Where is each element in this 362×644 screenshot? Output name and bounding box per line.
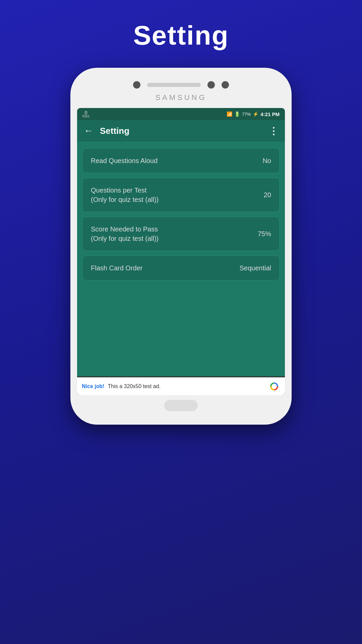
setting-questions-per-test[interactable]: Questions per Test(Only for quiz test (a… <box>82 178 280 212</box>
charging-icon: ⚡ <box>253 111 258 117</box>
ad-highlight: Nice job! <box>82 383 105 389</box>
ad-text: This a 320x50 test ad. <box>108 383 265 389</box>
phone-shell: SAMSUNG 0 KB/s 📶 🔋 77% ⚡ 4:21 PM <box>70 68 292 425</box>
more-options-button[interactable]: ⋮ <box>269 125 278 137</box>
setting-value-flash-card-order: Sequential <box>239 264 271 272</box>
setting-value-score-needed: 75% <box>258 230 271 238</box>
status-data-speed: 0 KB/s <box>82 110 89 118</box>
battery-percent: 77% <box>242 112 251 117</box>
phone-screen: 0 KB/s 📶 🔋 77% ⚡ 4:21 PM ← Setting ⋮ <box>77 108 285 395</box>
status-time: 4:21 PM <box>260 111 280 117</box>
camera-dot-right <box>207 81 215 89</box>
status-right: 📶 🔋 77% ⚡ 4:21 PM <box>227 111 280 117</box>
camera-dot-far-right <box>222 81 229 89</box>
setting-flash-card-order[interactable]: Flash Card Order Sequential <box>82 256 280 280</box>
phone-brand: SAMSUNG <box>155 93 206 102</box>
ad-logo-icon <box>268 380 280 392</box>
app-bar-title: Setting <box>100 126 269 136</box>
battery-icon: 🔋 <box>234 111 240 117</box>
status-bar: 0 KB/s 📶 🔋 77% ⚡ 4:21 PM <box>77 108 285 120</box>
outer-background: Setting SAMSUNG 0 KB/s 📶 🔋 <box>0 0 362 644</box>
ad-banner: Nice job! This a 320x50 test ad. <box>77 376 285 395</box>
setting-label-questions-per-test: Questions per Test(Only for quiz test (a… <box>91 185 159 204</box>
setting-label-score-needed: Score Needed to Pass(Only for quiz test … <box>91 224 159 243</box>
page-title: Setting <box>133 20 229 51</box>
setting-label-read-questions: Read Questions Aloud <box>91 156 158 165</box>
phone-top: SAMSUNG <box>77 78 285 105</box>
setting-score-needed[interactable]: Score Needed to Pass(Only for quiz test … <box>82 217 280 251</box>
home-button[interactable] <box>164 400 198 411</box>
phone-cameras <box>133 81 229 89</box>
setting-value-read-questions: No <box>262 157 271 165</box>
app-bar: ← Setting ⋮ <box>77 120 285 142</box>
setting-read-questions[interactable]: Read Questions Aloud No <box>82 148 280 173</box>
back-button[interactable]: ← <box>84 125 93 136</box>
camera-dot-left <box>133 81 140 89</box>
setting-label-flash-card-order: Flash Card Order <box>91 263 143 273</box>
setting-value-questions-per-test: 20 <box>264 191 271 199</box>
settings-content: Read Questions Aloud No Questions per Te… <box>77 142 285 376</box>
phone-bottom <box>77 400 285 411</box>
svg-point-0 <box>268 380 280 392</box>
wifi-icon: 📶 <box>227 111 232 117</box>
speaker-bar <box>147 83 201 87</box>
